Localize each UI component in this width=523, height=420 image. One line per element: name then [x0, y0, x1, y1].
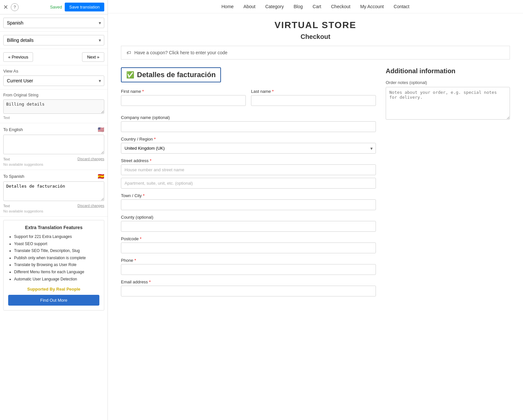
original-text-field[interactable]: Billing details	[3, 99, 104, 114]
extra-features-list: Support for 221 Extra Languages Yoast SE…	[8, 233, 99, 283]
nav-cart[interactable]: Cart	[312, 4, 321, 9]
store-content: VIRTUAL STORE Checkout 🏷 Have a coupon? …	[108, 13, 523, 308]
list-item: Yoast SEO support	[14, 241, 99, 248]
country-group: Country / Region * United Kingdom (UK) U…	[121, 137, 376, 154]
check-circle-icon: ✅	[126, 71, 134, 79]
saved-label: Saved	[50, 5, 62, 9]
from-original-label: From Original String	[3, 93, 104, 97]
to-spanish-type: Text	[3, 204, 10, 208]
town-input[interactable]	[121, 199, 376, 210]
town-label: Town / City *	[121, 193, 376, 198]
county-group: County (optional)	[121, 215, 376, 232]
country-select-wrapper: United Kingdom (UK) United States (US) C…	[121, 143, 376, 154]
nav-buttons: « Previous Next »	[0, 49, 108, 65]
section-selector-section: Billing details Order details Shipping	[0, 32, 108, 49]
street-input[interactable]	[121, 164, 376, 175]
nav-blog[interactable]: Blog	[294, 4, 303, 9]
nav-checkout[interactable]: Checkout	[331, 4, 350, 9]
nav-category[interactable]: Category	[265, 4, 284, 9]
list-item: Different Menu Items for each Language	[14, 269, 99, 276]
first-name-input[interactable]	[121, 95, 246, 106]
list-item: Translate SEO Title, Description, Slug	[14, 247, 99, 255]
coupon-bar[interactable]: 🏷 Have a coupon? Click here to enter you…	[121, 46, 510, 59]
phone-input[interactable]	[121, 264, 376, 275]
next-button[interactable]: Next »	[82, 52, 104, 62]
supported-text: Supported By Real People	[8, 287, 99, 292]
name-row: First name * Last name *	[121, 89, 376, 110]
street-group: Street address *	[121, 158, 376, 189]
nav-my-account[interactable]: My Account	[360, 4, 384, 9]
list-item: Publish only when translation is complet…	[14, 255, 99, 262]
nav-contact[interactable]: Contact	[394, 4, 409, 9]
country-select[interactable]: United Kingdom (UK) United States (US) C…	[121, 143, 376, 154]
checkout-grid: ✅ Detalles de facturación First name * L…	[121, 67, 510, 301]
to-spanish-section: To Spanish 🇪🇸 Detalles de facturación Te…	[0, 170, 108, 217]
street-label: Street address *	[121, 158, 376, 163]
checkout-title: Checkout	[121, 33, 510, 41]
company-input[interactable]	[121, 121, 376, 132]
original-type-label: Text	[3, 116, 104, 120]
to-english-section: To English 🇺🇸 Text Discard changes No av…	[0, 123, 108, 170]
postcode-input[interactable]	[121, 243, 376, 253]
to-spanish-footer: Text Discard changes	[3, 203, 104, 208]
save-translation-button[interactable]: Save translation	[65, 3, 104, 11]
to-english-title: To English	[3, 127, 23, 132]
apt-input[interactable]	[121, 178, 376, 189]
email-input[interactable]	[121, 286, 376, 296]
town-group: Town / City *	[121, 193, 376, 210]
top-navigation: Home About Category Blog Cart Checkout M…	[108, 0, 523, 13]
to-spanish-textarea[interactable]: Detalles de facturación	[3, 181, 104, 201]
phone-group: Phone *	[121, 258, 376, 275]
to-english-footer: Text Discard changes	[3, 156, 104, 161]
english-flag-icon: 🇺🇸	[98, 126, 104, 133]
last-name-group: Last name *	[251, 89, 376, 106]
list-item: Support for 221 Extra Languages	[14, 233, 99, 241]
language-selector-section: Spanish French German	[0, 14, 108, 32]
view-as-select-wrapper: Current User Guest Admin	[3, 76, 104, 86]
to-spanish-no-suggestions: No available suggestions	[3, 209, 104, 213]
country-label: Country / Region *	[121, 137, 376, 142]
county-label: County (optional)	[121, 215, 376, 220]
prev-button[interactable]: « Previous	[3, 52, 33, 62]
language-select-wrapper: Spanish French German	[3, 18, 104, 28]
phone-label: Phone *	[121, 258, 376, 263]
section-select-wrapper: Billing details Order details Shipping	[3, 35, 104, 45]
email-label: Email address *	[121, 279, 376, 284]
coupon-text: Have a coupon? Click here to enter your …	[134, 50, 228, 55]
to-english-textarea[interactable]	[3, 135, 104, 154]
coupon-icon: 🏷	[127, 50, 131, 55]
nav-about[interactable]: About	[244, 4, 256, 9]
email-group: Email address *	[121, 279, 376, 296]
view-as-select[interactable]: Current User Guest Admin	[3, 76, 104, 86]
county-input[interactable]	[121, 221, 376, 232]
help-button[interactable]: ?	[11, 3, 19, 11]
to-english-type: Text	[3, 157, 10, 161]
to-spanish-discard[interactable]: Discard changes	[77, 204, 104, 208]
order-notes-textarea[interactable]	[386, 87, 510, 120]
company-label: Company name (optional)	[121, 115, 376, 120]
view-as-section: View As Current User Guest Admin	[0, 65, 108, 90]
last-name-input[interactable]	[251, 95, 376, 106]
to-spanish-header: To Spanish 🇪🇸	[3, 173, 104, 179]
find-out-more-button[interactable]: Find Out More	[8, 295, 99, 306]
postcode-group: Postcode *	[121, 236, 376, 253]
extra-features-box: Extra Translation Features Support for 2…	[3, 220, 104, 311]
to-english-header: To English 🇺🇸	[3, 126, 104, 133]
to-spanish-title: To Spanish	[3, 174, 24, 179]
spanish-flag-icon: 🇪🇸	[98, 173, 104, 179]
list-item: Translate by Browsing as User Role	[14, 261, 99, 269]
last-name-label: Last name *	[251, 89, 376, 94]
extra-features-heading: Extra Translation Features	[8, 225, 99, 230]
order-notes-label: Order notes (optional)	[386, 80, 510, 85]
additional-info: Additional information Order notes (opti…	[386, 67, 510, 301]
billing-heading-box: ✅ Detalles de facturación	[121, 67, 221, 82]
to-english-discard[interactable]: Discard changes	[77, 157, 104, 161]
first-name-label: First name *	[121, 89, 246, 94]
first-name-group: First name *	[121, 89, 246, 106]
language-select[interactable]: Spanish French German	[3, 18, 104, 28]
section-select[interactable]: Billing details Order details Shipping	[3, 35, 104, 45]
close-button[interactable]: ✕	[3, 4, 8, 11]
nav-home[interactable]: Home	[221, 4, 233, 9]
store-title: VIRTUAL STORE	[121, 20, 510, 30]
list-item: Automatic User Language Detection	[14, 276, 99, 283]
